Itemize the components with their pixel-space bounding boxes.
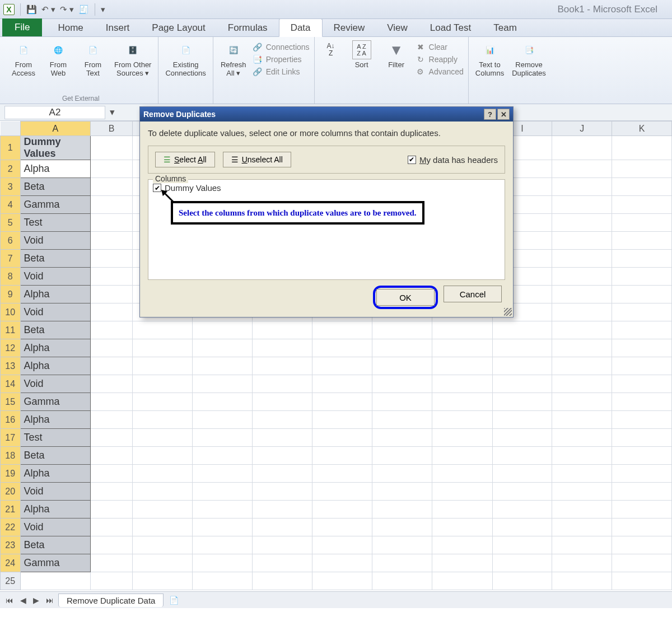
- tab-home[interactable]: Home: [46, 19, 94, 36]
- cell[interactable]: [253, 518, 312, 536]
- cell[interactable]: [193, 429, 253, 447]
- col-header[interactable]: A: [20, 122, 91, 136]
- cell[interactable]: Beta: [20, 250, 91, 268]
- cell[interactable]: Test: [20, 429, 91, 447]
- cell[interactable]: [552, 250, 612, 268]
- cell[interactable]: [552, 196, 612, 214]
- name-box[interactable]: A2: [4, 106, 105, 119]
- cell[interactable]: [492, 321, 552, 339]
- cell[interactable]: [91, 160, 133, 178]
- cell[interactable]: [253, 483, 312, 501]
- cell[interactable]: [253, 554, 312, 572]
- cell[interactable]: [193, 375, 253, 393]
- cell[interactable]: [312, 411, 372, 429]
- cell[interactable]: [612, 483, 672, 501]
- cell[interactable]: [612, 447, 672, 465]
- cell[interactable]: [552, 429, 612, 447]
- cell[interactable]: [552, 518, 612, 536]
- cell[interactable]: [193, 483, 253, 501]
- cell[interactable]: [372, 536, 432, 554]
- cell[interactable]: [253, 447, 312, 465]
- cell[interactable]: [432, 483, 492, 501]
- cell[interactable]: Dummy Values: [20, 136, 91, 160]
- cell[interactable]: [372, 357, 432, 375]
- cell[interactable]: Alpha: [20, 501, 91, 518]
- cell[interactable]: [552, 447, 612, 465]
- cell[interactable]: [612, 518, 672, 536]
- row-header[interactable]: 10: [1, 303, 21, 321]
- cell[interactable]: [253, 321, 312, 339]
- row-header[interactable]: 2: [1, 160, 21, 178]
- cell[interactable]: [372, 447, 432, 465]
- cell[interactable]: [132, 375, 192, 393]
- cell[interactable]: [253, 339, 312, 357]
- cell[interactable]: [372, 375, 432, 393]
- cell[interactable]: Alpha: [20, 286, 91, 303]
- cell[interactable]: [193, 501, 253, 518]
- cell[interactable]: [372, 321, 432, 339]
- cell[interactable]: [432, 429, 492, 447]
- cell[interactable]: [253, 357, 312, 375]
- name-box-dropdown[interactable]: ▾: [110, 106, 115, 118]
- column-item[interactable]: ✔ Dummy Values: [148, 180, 505, 196]
- cell[interactable]: [432, 375, 492, 393]
- cell[interactable]: [552, 214, 612, 232]
- cell[interactable]: [91, 232, 133, 250]
- row-header[interactable]: 18: [1, 447, 21, 465]
- cell[interactable]: [91, 411, 133, 429]
- cell[interactable]: [432, 465, 492, 483]
- cell[interactable]: Alpha: [20, 411, 91, 429]
- cell[interactable]: [492, 518, 552, 536]
- my-data-headers-checkbox[interactable]: ✔ My data has headers: [408, 155, 498, 165]
- cell[interactable]: [612, 339, 672, 357]
- cell[interactable]: [312, 339, 372, 357]
- row-header[interactable]: 7: [1, 250, 21, 268]
- cell[interactable]: [312, 572, 372, 590]
- cell[interactable]: [552, 286, 612, 303]
- tab-formulas[interactable]: Formulas: [217, 19, 279, 36]
- tab-page-layout[interactable]: Page Layout: [141, 19, 216, 36]
- row-header[interactable]: 21: [1, 501, 21, 518]
- save-button[interactable]: 💾: [24, 3, 39, 16]
- sheet-nav-last[interactable]: ⏭: [44, 596, 56, 605]
- dialog-close-button[interactable]: ✕: [497, 109, 510, 120]
- row-header[interactable]: 13: [1, 357, 21, 375]
- cell[interactable]: [372, 429, 432, 447]
- row-header[interactable]: 8: [1, 268, 21, 286]
- cell[interactable]: [612, 178, 672, 196]
- redo-button[interactable]: ↷ ▾: [58, 3, 76, 16]
- cell[interactable]: [612, 250, 672, 268]
- row-header[interactable]: 14: [1, 375, 21, 393]
- cell[interactable]: [193, 536, 253, 554]
- connections-button[interactable]: 🔗Connections: [253, 41, 310, 53]
- row-header[interactable]: 24: [1, 554, 21, 572]
- unselect-all-button[interactable]: ☰ Unselect All: [223, 152, 291, 167]
- cell[interactable]: [91, 536, 133, 554]
- cell[interactable]: [372, 339, 432, 357]
- cell[interactable]: [91, 465, 133, 483]
- row-header[interactable]: 19: [1, 465, 21, 483]
- cell[interactable]: [612, 196, 672, 214]
- cell[interactable]: [91, 339, 133, 357]
- cell[interactable]: Void: [20, 232, 91, 250]
- cell[interactable]: [132, 339, 192, 357]
- cell[interactable]: [193, 554, 253, 572]
- cell[interactable]: [312, 554, 372, 572]
- cell[interactable]: [193, 411, 253, 429]
- text-to-columns-button[interactable]: 📊 Text to Columns: [473, 39, 506, 78]
- cell[interactable]: [492, 465, 552, 483]
- cell[interactable]: [612, 232, 672, 250]
- cell[interactable]: Alpha: [20, 160, 91, 178]
- cell[interactable]: [612, 160, 672, 178]
- cell[interactable]: [612, 465, 672, 483]
- cell[interactable]: [432, 393, 492, 411]
- cell[interactable]: [612, 554, 672, 572]
- cell[interactable]: [132, 321, 192, 339]
- cell[interactable]: Beta: [20, 447, 91, 465]
- cell[interactable]: [193, 321, 253, 339]
- new-sheet-button[interactable]: 📄: [169, 596, 179, 605]
- cell[interactable]: [193, 465, 253, 483]
- cell[interactable]: [552, 375, 612, 393]
- cell[interactable]: [132, 518, 192, 536]
- cell[interactable]: [312, 483, 372, 501]
